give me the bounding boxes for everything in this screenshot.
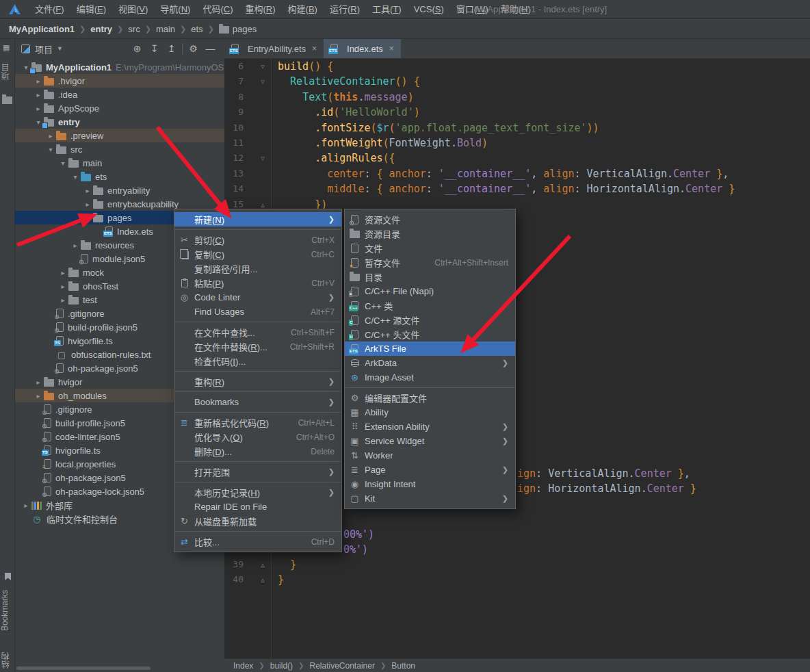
context-menu-item-比较[interactable]: ⇄比较...Ctrl+D	[174, 534, 341, 549]
tree-row-entry[interactable]: ▾entry	[15, 115, 224, 129]
breadcrumb-item-myapplication1[interactable]: MyApplication1	[9, 24, 75, 34]
chevron-collapsed-icon[interactable]: ▸	[33, 91, 44, 99]
submenu-item-service-widget[interactable]: ▣Service Widget❯	[345, 434, 515, 448]
menubar-item-导航-n[interactable]: 导航(N)	[154, 0, 196, 18]
editor-breadcrumb-button[interactable]: Button	[391, 661, 415, 671]
submenu-item-insight-intent[interactable]: ◉Insight Intent	[345, 477, 515, 491]
stripe-item-bookmarks[interactable]: Bookmarks	[0, 584, 15, 637]
chevron-collapsed-icon[interactable]: ▸	[82, 201, 93, 208]
tree-row-appscope[interactable]: ▸AppScope	[15, 101, 224, 115]
chevron-expanded-icon[interactable]: ▾	[57, 159, 68, 167]
menubar-item-运行-r[interactable]: 运行(R)	[324, 0, 366, 18]
tree-row-entryability[interactable]: ▸entryability	[15, 183, 224, 197]
expand-all-icon[interactable]: ↧	[146, 43, 163, 54]
chevron-collapsed-icon[interactable]: ▸	[57, 283, 68, 290]
context-menu-item-删除-d[interactable]: 删除(D)...Delete	[174, 444, 341, 458]
context-menu-item-重新格式化代码-r[interactable]: ≣重新格式化代码(R)Ctrl+Alt+L	[174, 415, 341, 430]
collapse-all-icon[interactable]: ↥	[163, 43, 180, 54]
close-icon[interactable]: ×	[389, 44, 394, 53]
breadcrumb-item-entry[interactable]: entry	[90, 24, 112, 34]
context-menu-item-在文件中查找[interactable]: 在文件中查找...Ctrl+Shift+F	[174, 325, 341, 339]
menubar-item-工具-t[interactable]: 工具(T)	[366, 0, 408, 18]
submenu-item-ability[interactable]: ▦Ability	[345, 405, 515, 419]
submenu-item-编辑器配置文件[interactable]: ⚙编辑器配置文件	[345, 391, 515, 405]
chevron-collapsed-icon[interactable]: ▸	[33, 105, 44, 112]
context-menu-item-打开范围[interactable]: 打开范围❯	[174, 465, 341, 479]
hide-icon[interactable]: —	[202, 43, 219, 54]
context-menu-item-复制-c[interactable]: 复制(C)Ctrl+C	[174, 247, 341, 261]
chevron-expanded-icon[interactable]: ▾	[45, 146, 56, 153]
tree-row-preview[interactable]: ▸.preview	[15, 129, 224, 142]
folder-stripe-icon[interactable]	[2, 96, 12, 104]
chevron-collapsed-icon[interactable]: ▸	[57, 269, 68, 276]
submenu-item-c-c-源文件[interactable]: CC/C++ 源文件	[345, 313, 515, 327]
horizontal-scrollbar[interactable]	[16, 667, 151, 670]
editor-breadcrumb-build[interactable]: build()	[270, 661, 293, 671]
context-menu-item-在文件中替换-r[interactable]: 在文件中替换(R)...Ctrl+Shift+R	[174, 339, 341, 354]
context-menu-item-code-linter[interactable]: ◎Code Linter❯	[174, 290, 341, 305]
submenu-item-image-asset[interactable]: ⊛Image Asset	[345, 370, 515, 385]
chevron-expanded-icon[interactable]: ▾	[82, 214, 93, 222]
close-icon[interactable]: ×	[312, 44, 317, 53]
submenu-item-worker[interactable]: ⇅Worker	[345, 448, 515, 463]
submenu-item-kit[interactable]: ▢Kit❯	[345, 491, 515, 506]
project-panel-title[interactable]: 项目	[35, 42, 53, 55]
chevron-collapsed-icon[interactable]: ▸	[82, 187, 93, 194]
chevron-collapsed-icon[interactable]: ▸	[45, 132, 56, 140]
menubar-item-vcs-s[interactable]: VCS(S)	[408, 0, 450, 18]
context-menu-item-剪切-c[interactable]: ✂剪切(C)Ctrl+X	[174, 233, 341, 247]
chevron-collapsed-icon[interactable]: ▸	[70, 242, 81, 249]
submenu-item-资源文件[interactable]: ⚙资源文件	[345, 212, 515, 227]
menubar-item-代码-c[interactable]: 代码(C)	[196, 0, 239, 18]
menubar-item-重构-r[interactable]: 重构(R)	[239, 0, 282, 18]
tab-entryability-ets[interactable]: ETSEntryAbility.ets×	[224, 39, 324, 58]
stripe-item-project[interactable]: 项目	[0, 54, 15, 90]
breadcrumb-item-ets[interactable]: ets	[191, 24, 202, 34]
submenu-item-c-c-头文件[interactable]: HC/C++ 头文件	[345, 327, 515, 341]
context-menu-item-复制路径-引用[interactable]: 复制路径/引用...	[174, 261, 341, 276]
submenu-item-c-类[interactable]: C++C++ 类	[345, 298, 515, 313]
menubar-item-编辑-e[interactable]: 编辑(E)	[70, 0, 112, 18]
fold-open-icon[interactable]: ▿	[256, 74, 270, 89]
chevron-collapsed-icon[interactable]: ▸	[33, 77, 44, 85]
chevron-collapsed-icon[interactable]: ▸	[33, 392, 44, 400]
chevron-collapsed-icon[interactable]: ▸	[21, 502, 31, 509]
tree-row-src[interactable]: ▾src	[15, 142, 224, 156]
chevron-collapsed-icon[interactable]: ▸	[33, 378, 44, 386]
breadcrumb-item-main[interactable]: main	[156, 24, 175, 34]
locate-icon[interactable]: ⊕	[129, 43, 146, 54]
editor-breadcrumb-index[interactable]: Index	[233, 661, 253, 671]
tree-row-main[interactable]: ▾main	[15, 156, 224, 170]
submenu-item-arkts-file[interactable]: ETSArkTS File	[345, 341, 515, 356]
context-menu-item-find-usages[interactable]: Find UsagesAlt+F7	[174, 305, 341, 319]
submenu-item-arkdata[interactable]: ArkData❯	[345, 356, 515, 370]
fold-close-icon[interactable]: ▵	[256, 557, 270, 572]
submenu-item-extension-ability[interactable]: ⠿Extension Ability❯	[345, 419, 515, 434]
context-menu-item-bookmarks[interactable]: Bookmarks❯	[174, 395, 341, 409]
menubar-item-视图-v[interactable]: 视图(V)	[112, 0, 154, 18]
submenu-item-目录[interactable]: 目录	[345, 270, 515, 284]
settings-icon[interactable]: ⚙	[185, 43, 202, 54]
context-menu-item-检查代码-i[interactable]: 检查代码(I)...	[174, 354, 341, 368]
context-menu-item-优化导入-o[interactable]: 优化导入(O)Ctrl+Alt+O	[174, 430, 341, 444]
breadcrumb-item-src[interactable]: src	[128, 24, 140, 34]
tree-row-hvigor[interactable]: ▸.hvigor	[15, 74, 224, 88]
context-menu-item-新建-n[interactable]: 新建(N)❯	[174, 212, 341, 227]
context-menu-item-粘贴-p[interactable]: 粘贴(P)Ctrl+V	[174, 276, 341, 290]
fold-close-icon[interactable]: ▵	[256, 572, 270, 587]
chevron-down-icon[interactable]: ▼	[57, 45, 63, 52]
submenu-item-资源目录[interactable]: 资源目录	[345, 227, 515, 241]
tree-row-ets[interactable]: ▾ets	[15, 170, 224, 183]
submenu-item-c-c-file-napi[interactable]: cC/C++ File (Napi)	[345, 284, 515, 298]
chevron-collapsed-icon[interactable]: ▸	[57, 296, 68, 304]
context-menu-item-本地历史记录-h[interactable]: 本地历史记录(H)❯	[174, 485, 341, 500]
context-menu-item-从磁盘重新加载[interactable]: ↻从磁盘重新加载	[174, 514, 341, 528]
tree-row-myapplication1[interactable]: ▾MyApplication1E:\myProgram\HarmonyOS	[15, 60, 224, 74]
tree-row-idea[interactable]: ▸.idea	[15, 88, 224, 101]
fold-open-icon[interactable]: ▿	[256, 151, 270, 166]
menubar-item-文件-f[interactable]: 文件(F)	[29, 0, 70, 18]
tab-index-ets[interactable]: ETSIndex.ets×	[324, 39, 401, 58]
menubar-item-构建-b[interactable]: 构建(B)	[282, 0, 324, 18]
breadcrumb-item-pages[interactable]: pages	[233, 24, 257, 34]
submenu-item-文件[interactable]: 文件	[345, 241, 515, 255]
